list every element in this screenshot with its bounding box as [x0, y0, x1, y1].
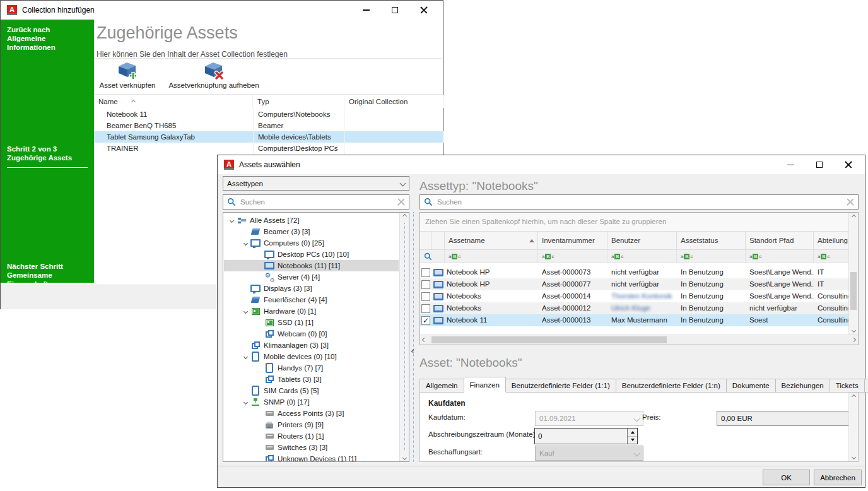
asset-row[interactable]: Notebooks Asset-0000012 Ulrich Kluge In …: [420, 302, 848, 314]
row-checkbox[interactable]: [421, 304, 430, 313]
unlink-asset-button[interactable]: Assetverknüpfung aufheben: [165, 61, 263, 89]
ok-button[interactable]: OK: [763, 470, 810, 485]
tree-item-hardware[interactable]: Hardware (0) [1]: [224, 305, 399, 317]
row-checkbox[interactable]: [421, 280, 430, 289]
filter-benutzer[interactable]: aBc: [607, 250, 677, 263]
tree-item-feuerloescher[interactable]: Feuerlöscher (4) [4]: [224, 294, 399, 305]
asset-row[interactable]: Notebooks Asset-0000014 Thorsten Kontors…: [420, 290, 848, 302]
row-checkbox[interactable]: [421, 292, 430, 301]
asset-grid-vscrollbar[interactable]: [848, 213, 858, 334]
scroll-up-icon[interactable]: [849, 395, 858, 398]
link-asset-button[interactable]: Asset verknüpfen: [97, 61, 158, 89]
tree-item-klimaanlagen[interactable]: Klimaanlagen (3) [3]: [224, 340, 399, 351]
scroll-down-icon[interactable]: [400, 456, 409, 459]
tree-item-server[interactable]: Server (4) [4]: [224, 271, 399, 283]
asset-row[interactable]: Notebook HP Asset-0000077 nicht verfügba…: [420, 278, 848, 290]
clear-search-icon[interactable]: [847, 198, 854, 206]
chevron-down-icon[interactable]: [240, 310, 250, 313]
select-all-column[interactable]: [420, 232, 431, 249]
column-assetstatus[interactable]: Assetstatus: [677, 232, 746, 249]
scroll-down-icon[interactable]: [849, 329, 858, 332]
close-button[interactable]: [409, 1, 438, 20]
row-checkbox-checked[interactable]: [421, 316, 430, 325]
tree-item-routers[interactable]: Routers (1) [1]: [224, 430, 399, 442]
table-row[interactable]: Notebook 11 Computers\Notebooks: [94, 109, 443, 120]
tree-item-webcam[interactable]: Webcam (0) [0]: [224, 328, 399, 340]
tab-ausleihe[interactable]: Ausleihe: [864, 379, 868, 393]
w1-column-typ[interactable]: Typ: [253, 95, 344, 108]
chevron-down-icon[interactable]: [240, 242, 250, 245]
tree-item-snmp[interactable]: SNMP (0) [17]: [224, 396, 399, 408]
scroll-up-icon[interactable]: [400, 215, 409, 218]
table-row[interactable]: TRAINER Computers\Desktop PCs: [94, 143, 443, 154]
cancel-button[interactable]: Abbrechen: [814, 470, 862, 485]
tree-item-tablets[interactable]: Tablets (3) [3]: [224, 374, 399, 385]
w1-column-name[interactable]: Name: [94, 95, 253, 108]
scroll-right-icon[interactable]: [852, 335, 855, 345]
column-benutzer[interactable]: Benutzer: [607, 232, 677, 249]
clear-search-icon[interactable]: [397, 198, 405, 206]
panel-scrollbar[interactable]: [848, 393, 858, 461]
maximize-button[interactable]: [380, 1, 409, 20]
filter-abteilung[interactable]: aBc: [814, 250, 848, 263]
close-button[interactable]: [834, 155, 863, 174]
filter-search-cell[interactable]: [420, 250, 445, 263]
spinner-down-button[interactable]: [628, 437, 637, 444]
tab-allgemein[interactable]: Allgemein: [419, 379, 464, 393]
preis-field[interactable]: 0,00 EUR: [717, 411, 854, 426]
tree-item-unknown-devices[interactable]: Unknown Devices (1) [1]: [224, 453, 399, 462]
wizard-back-link[interactable]: Zurück nach Allgemeine Informationen: [7, 25, 94, 52]
tree-item-ssd[interactable]: SSD (1) [1]: [224, 317, 399, 328]
column-inventarnummer[interactable]: Inventarnummer: [538, 232, 607, 249]
tree-item-computers[interactable]: Computers (0) [25]: [224, 237, 399, 249]
filter-standort-pfad[interactable]: aBc: [746, 250, 814, 263]
maximize-button[interactable]: [805, 155, 834, 174]
tree-item-notebooks-selected[interactable]: Notebooks (11) [11]: [224, 260, 399, 271]
row-checkbox[interactable]: [421, 268, 430, 277]
asset-grid-hscrollbar[interactable]: [420, 334, 858, 345]
filter-inventarnummer[interactable]: aBc: [538, 250, 607, 263]
filter-assetstatus[interactable]: aBc: [677, 250, 746, 263]
scroll-down-icon[interactable]: [849, 456, 858, 459]
minimize-button[interactable]: [351, 1, 380, 20]
tab-dokumente[interactable]: Dokumente: [726, 379, 776, 393]
tree-item-switches[interactable]: Switches (3) [3]: [224, 442, 399, 453]
tab-benutzerdefinierte-felder-1-n[interactable]: Benutzerdefinierte Felder (1:n): [616, 379, 727, 393]
chevron-down-icon[interactable]: [226, 219, 237, 222]
chevron-down-icon[interactable]: [240, 401, 250, 404]
w1-column-original-collection[interactable]: Original Collection: [344, 95, 443, 108]
table-row[interactable]: Beamer BenQ TH685 Beamer: [94, 120, 443, 131]
tree-item-mobile-devices[interactable]: Mobile devices (0) [10]: [224, 351, 399, 362]
tab-finanzen-active[interactable]: Finanzen: [464, 377, 506, 393]
tree-scrollbar[interactable]: [399, 213, 409, 461]
tree-item-printers[interactable]: Printers (9) [9]: [224, 419, 399, 430]
tree-item-alle-assets[interactable]: Alle Assets [72]: [224, 215, 399, 226]
scrollbar-thumb[interactable]: [431, 336, 667, 343]
column-abteilung[interactable]: Abteilung Pf: [814, 232, 848, 249]
tab-benutzerdefinierte-felder-1-1[interactable]: Benutzerdefinierte Felder (1:1): [505, 379, 616, 393]
asset-search-input[interactable]: [436, 198, 843, 206]
column-standort-pfad[interactable]: Standort Pfad: [746, 232, 814, 249]
collapse-left-icon[interactable]: [411, 349, 416, 353]
tree-item-beamer[interactable]: Beamer (3) [3]: [224, 226, 399, 237]
asset-row[interactable]: Notebook HP Asset-0000073 nicht verfügba…: [420, 266, 848, 278]
tree-item-sim-cards[interactable]: SIM Cards (5) [5]: [224, 385, 399, 396]
tree-item-handys[interactable]: Handys (7) [7]: [224, 362, 399, 374]
abschreibung-spinner[interactable]: 0: [534, 428, 638, 444]
scrollbar-track[interactable]: [404, 223, 405, 451]
spinner-up-button[interactable]: [628, 429, 637, 437]
asset-row-selected[interactable]: Notebook 11 Asset-0000013 Max Mustermann…: [420, 314, 848, 326]
assettype-filter-dropdown[interactable]: Assettypen: [223, 176, 409, 191]
filter-assetname[interactable]: aBc: [445, 250, 538, 263]
tab-beziehungen[interactable]: Beziehungen: [775, 379, 830, 393]
tab-tickets[interactable]: Tickets: [830, 379, 865, 393]
tree-item-displays[interactable]: Displays (3) [3]: [224, 283, 399, 294]
scroll-up-icon[interactable]: [849, 215, 858, 218]
group-by-bar[interactable]: Ziehen Sie einen Spaltenkopf hierhin, um…: [420, 213, 858, 232]
tree-item-desktop-pcs[interactable]: Desktop PCs (10) [10]: [224, 249, 399, 260]
tree-search-input[interactable]: [239, 198, 394, 206]
chevron-down-icon[interactable]: [240, 355, 250, 358]
scroll-left-icon[interactable]: [423, 335, 426, 345]
scrollbar-thumb[interactable]: [850, 272, 857, 310]
column-assetname[interactable]: Assetname: [445, 232, 538, 249]
